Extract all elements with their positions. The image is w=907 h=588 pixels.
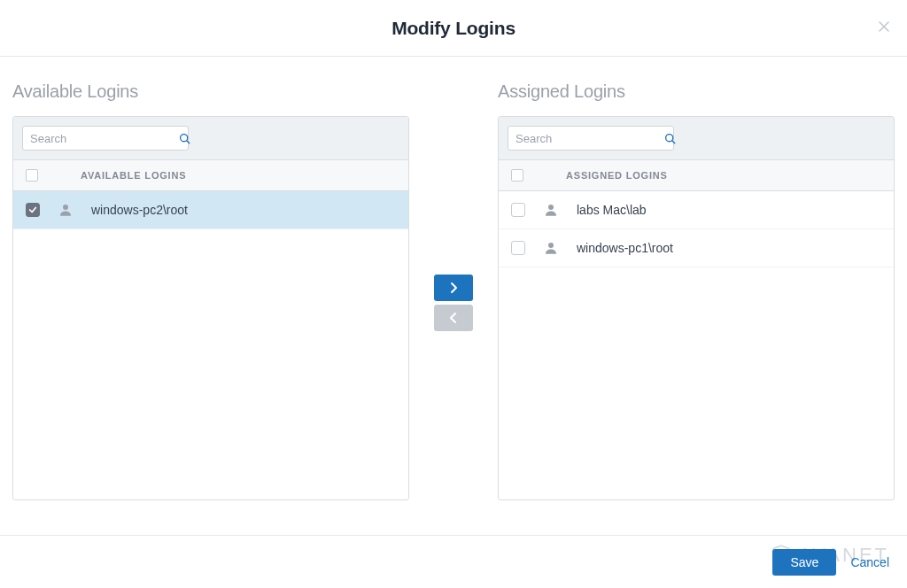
svg-point-3 xyxy=(548,205,554,210)
assigned-column-label: ASSIGNED LOGINS xyxy=(566,170,668,181)
content-area: Available Logins AVAILABLE LOGINS xyxy=(0,57,907,500)
user-icon xyxy=(58,202,74,218)
row-label: labs Mac\lab xyxy=(577,203,647,217)
assigned-select-all-checkbox[interactable] xyxy=(511,169,523,182)
row-checkbox[interactable] xyxy=(511,203,525,217)
move-right-button[interactable] xyxy=(434,275,473,301)
available-title: Available Logins xyxy=(12,81,409,102)
row-checkbox[interactable] xyxy=(26,203,40,217)
transfer-controls xyxy=(409,81,498,331)
footer: Save Cancel xyxy=(0,535,907,588)
row-checkbox[interactable] xyxy=(511,241,525,255)
user-icon xyxy=(543,202,559,218)
assigned-search-input[interactable] xyxy=(516,132,664,145)
save-button[interactable]: Save xyxy=(772,549,836,576)
row-label: windows-pc1\root xyxy=(577,241,673,255)
available-search-input[interactable] xyxy=(30,132,179,145)
assigned-panel: ASSIGNED LOGINS labs Mac\lab xyxy=(498,116,895,500)
list-item[interactable]: windows-pc2\root xyxy=(13,191,408,229)
user-icon xyxy=(543,240,559,256)
list-item[interactable]: labs Mac\lab xyxy=(499,191,894,229)
available-select-all-checkbox[interactable] xyxy=(26,169,38,182)
available-col-header: AVAILABLE LOGINS xyxy=(13,160,408,191)
assigned-search-bar xyxy=(499,117,894,160)
svg-point-1 xyxy=(63,205,68,210)
chevron-right-icon xyxy=(449,282,458,294)
available-panel: AVAILABLE LOGINS windows-pc2\root xyxy=(12,116,409,500)
available-search-bar xyxy=(13,117,408,160)
assigned-column: Assigned Logins ASSIGNED LOGINS xyxy=(498,81,895,500)
available-column-label: AVAILABLE LOGINS xyxy=(81,170,186,181)
cancel-button[interactable]: Cancel xyxy=(850,555,889,569)
close-icon[interactable] xyxy=(873,16,895,37)
list-item[interactable]: windows-pc1\root xyxy=(499,229,894,267)
chevron-left-icon xyxy=(449,312,458,324)
search-icon[interactable] xyxy=(664,133,676,144)
page-header: Modify Logins xyxy=(0,0,907,57)
assigned-title: Assigned Logins xyxy=(498,81,895,102)
assigned-search-wrap xyxy=(508,126,674,151)
search-icon[interactable] xyxy=(179,133,190,144)
assigned-col-header: ASSIGNED LOGINS xyxy=(499,160,894,191)
available-search-wrap xyxy=(22,126,189,151)
page-title: Modify Logins xyxy=(391,18,516,39)
move-left-button[interactable] xyxy=(434,305,473,331)
available-column: Available Logins AVAILABLE LOGINS xyxy=(12,81,409,500)
row-label: windows-pc2\root xyxy=(91,203,188,217)
svg-point-4 xyxy=(548,243,554,248)
